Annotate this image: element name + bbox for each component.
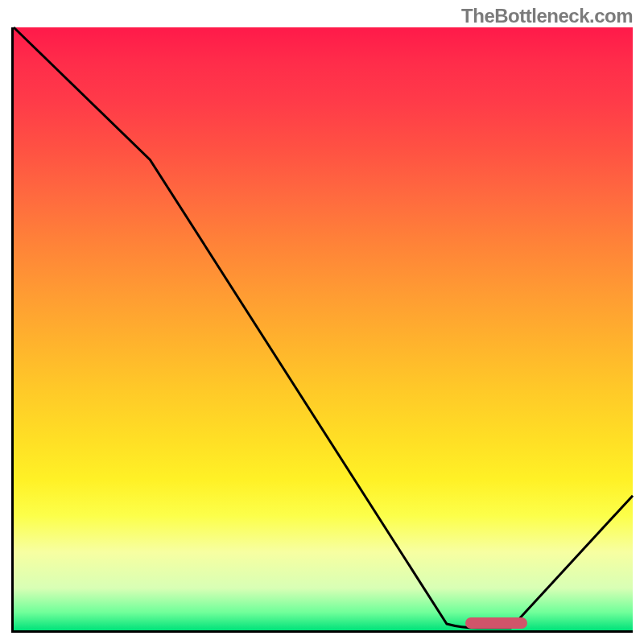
curve-layer [14,27,633,630]
optimal-range-marker [465,617,527,629]
brand-watermark: TheBottleneck.com [461,5,633,27]
plot-area [11,27,633,633]
bottleneck-curve [14,27,633,628]
chart-root: TheBottleneck.com [0,0,644,644]
